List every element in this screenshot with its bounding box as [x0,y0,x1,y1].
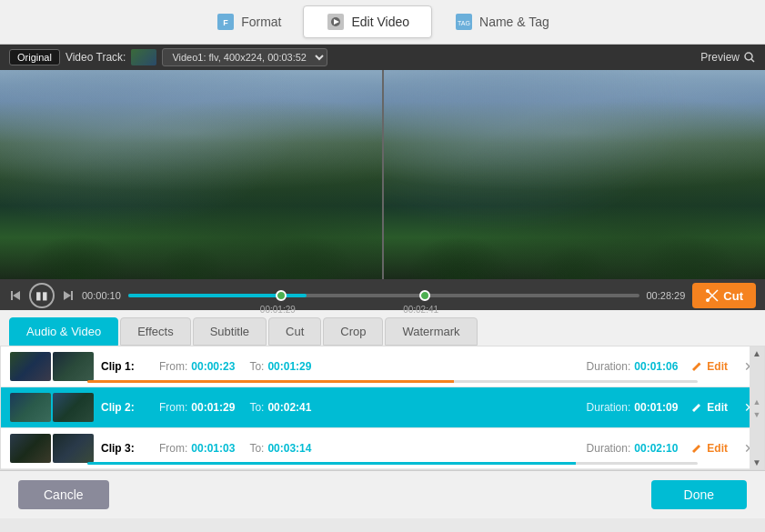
original-badge: Original [9,49,60,65]
tab-effects[interactable]: Effects [120,317,191,346]
scrollbar[interactable]: ▲ ▲ ▼ ▼ [750,346,764,469]
scroll-up-button[interactable]: ▲ [752,348,761,358]
tab-watermark[interactable]: Watermark [385,317,477,346]
track-label: Video Track: [65,51,126,64]
edit-icon [690,401,703,414]
search-icon [743,51,756,64]
scissors-icon [705,288,720,303]
video-panel-right [384,70,766,279]
clip-1-thumb-2 [53,352,94,381]
timeline-track[interactable]: 00:01:29 00:02:41 [128,285,639,306]
clip-2-thumb-2 [53,393,94,422]
prev-frame-icon [9,288,24,303]
timeline-handle-right[interactable]: 00:02:41 [419,290,430,301]
scroll-handle-up[interactable]: ▲ [753,397,761,407]
play-pause-button[interactable]: ▮▮ [29,283,55,308]
name-tag-tab-label: Name & Tag [479,15,549,29]
edit-icon [690,360,703,373]
clip-1-edit-button[interactable]: Edit [685,358,733,375]
edit-icon [690,442,703,455]
clip-1-name: Clip 1: [101,360,145,373]
done-button[interactable]: Done [651,480,747,509]
format-tab-label: Format [241,15,281,29]
clip-3-progress [87,462,698,465]
tab-name-tag[interactable]: TAG Name & Tag [432,6,571,37]
timeline-handle-left[interactable]: 00:01:29 [276,290,287,301]
clip-2-name: Clip 2: [101,401,145,414]
clip-1-to: To: 00:01:29 [249,360,311,373]
clips-container: Clip 1: From: 00:00:23 To: 00:01:29 Dura… [0,346,765,470]
track-select[interactable]: Video1: flv, 400x224, 00:03:52 [162,48,327,66]
svg-marker-10 [13,291,20,300]
editor-area: Original Video Track: Video1: flv, 400x2… [0,45,765,310]
clip-2-duration: Duration: 00:01:09 [587,401,679,414]
clip-3-edit-button[interactable]: Edit [685,440,733,457]
next-frame-icon [60,288,75,303]
video-panel-left [0,70,382,279]
clip-2-thumbnails [10,393,94,422]
video-track-header: Original Video Track: Video1: flv, 400x2… [0,45,765,70]
clip-3-duration: Duration: 00:02:10 [587,442,679,455]
edit-video-tab-label: Edit Video [351,15,409,29]
table-row[interactable]: Clip 2: From: 00:01:29 To: 00:02:41 Dura… [1,387,764,428]
cancel-button[interactable]: Cancle [18,480,109,509]
tab-cut[interactable]: Cut [268,317,321,346]
handle-right-time: 00:02:41 [403,305,438,315]
clip-1-progress [87,380,698,383]
svg-text:TAG: TAG [458,20,470,26]
cut-button[interactable]: Cut [692,283,756,308]
svg-rect-9 [11,291,13,300]
format-icon: F [216,12,236,32]
clip-3-thumbnails [10,434,94,463]
svg-marker-11 [64,291,71,300]
timeline: ▮▮ 00:00:10 00:01:29 00:02:41 00:28:29 [0,279,765,310]
tab-edit-video[interactable]: Edit Video [303,5,432,38]
clip-2-to: To: 00:02:41 [249,401,311,414]
svg-line-8 [751,59,754,62]
time-current: 00:00:10 [82,290,121,301]
clip-3-info: Clip 3: From: 00:01:03 To: 00:03:14 Dura… [101,442,678,455]
time-end: 00:28:29 [647,290,686,301]
clip-1-duration: Duration: 00:01:06 [587,360,679,373]
name-tag-icon: TAG [454,12,474,32]
table-row[interactable]: Clip 3: From: 00:01:03 To: 00:03:14 Dura… [1,428,764,469]
svg-text:F: F [223,18,228,27]
bottom-bar: Cancle Done [0,470,765,518]
clip-1-from: From: 00:00:23 [159,360,235,373]
edit-tabs-bar: Audio & Video Effects Subtitle Cut Crop … [0,310,765,346]
clip-1-info: Clip 1: From: 00:00:23 To: 00:01:29 Dura… [101,360,678,373]
timeline-bar-bg [128,294,639,297]
clip-1-thumbnails [10,352,94,381]
video-display [0,70,765,279]
tab-audio-video[interactable]: Audio & Video [9,317,118,346]
tab-format[interactable]: F Format [194,6,303,37]
clip-2-info: Clip 2: From: 00:01:29 To: 00:02:41 Dura… [101,401,678,414]
clip-3-to: To: 00:03:14 [249,442,311,455]
clip-2-edit-button[interactable]: Edit [685,399,733,416]
edit-video-icon [326,12,346,32]
svg-point-7 [745,53,752,60]
handle-left-time: 00:01:29 [260,305,296,315]
table-row[interactable]: Clip 1: From: 00:00:23 To: 00:01:29 Dura… [1,346,764,387]
clip-1-thumb-1 [10,352,51,381]
clip-3-from: From: 00:01:03 [159,442,235,455]
tab-subtitle[interactable]: Subtitle [193,317,267,346]
clip-3-thumb-1 [10,434,51,463]
preview-button[interactable]: Preview [700,51,756,64]
tab-crop[interactable]: Crop [323,317,383,346]
svg-rect-12 [71,291,73,300]
scroll-handle-down[interactable]: ▼ [753,410,761,419]
clip-2-thumb-1 [10,393,51,422]
clip-2-from: From: 00:01:29 [159,401,235,414]
svg-point-15 [706,289,710,293]
scroll-down-button[interactable]: ▼ [752,457,761,467]
top-navigation: F Format Edit Video TAG Name & Tag [0,0,765,45]
track-thumbnail [131,49,156,65]
clip-3-thumb-2 [53,434,94,463]
playback-controls: ▮▮ [9,283,75,308]
clip-3-name: Clip 3: [101,442,145,455]
pause-icon: ▮▮ [35,289,48,302]
svg-point-16 [706,298,710,302]
